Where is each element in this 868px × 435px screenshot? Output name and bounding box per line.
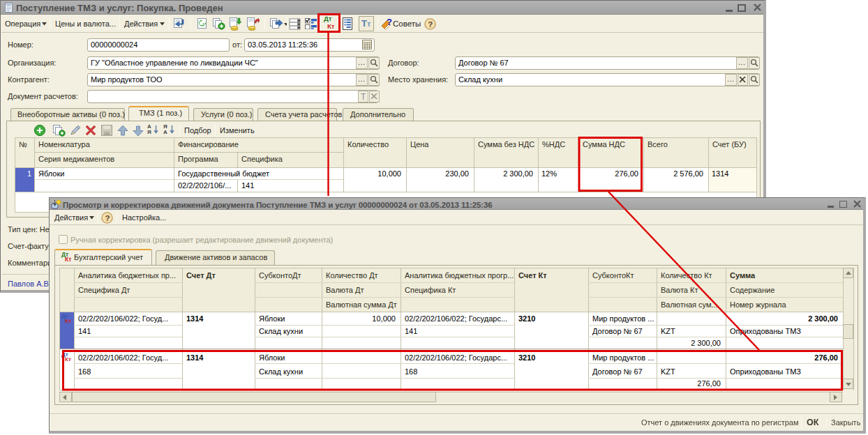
svg-text:сон: сон <box>104 132 110 136</box>
svg-text:?: ? <box>387 17 392 27</box>
svg-text:?: ? <box>428 20 433 29</box>
svg-text:?: ? <box>105 214 110 222</box>
